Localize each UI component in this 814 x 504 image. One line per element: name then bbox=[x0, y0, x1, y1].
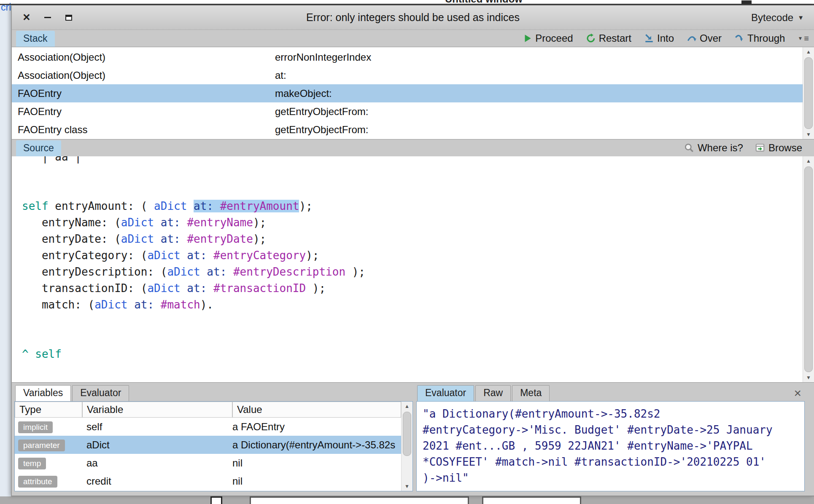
code-token bbox=[181, 282, 187, 295]
stack-frame-row[interactable]: FAOEntrygetEntryObjectFrom: bbox=[12, 102, 803, 121]
window-title: Error: only integers should be used as i… bbox=[306, 11, 520, 24]
variable-row[interactable]: implicitselfa FAOEntry bbox=[15, 418, 401, 436]
scrollbar-thumb[interactable] bbox=[403, 412, 411, 456]
variable-type-badge: implicit bbox=[18, 421, 53, 433]
stack-receiver-label: FAOEntry class bbox=[18, 124, 275, 136]
scroll-down-icon[interactable]: ▼ bbox=[803, 130, 814, 139]
code-line: entryDescription: (aDict at: #entryDescr… bbox=[22, 264, 803, 280]
scroll-down-icon[interactable]: ▼ bbox=[402, 482, 412, 491]
where-is-label: Where is? bbox=[698, 142, 743, 154]
variable-type-cell: temp bbox=[15, 457, 82, 469]
code-line: entryName: (aDict at: #entryName); bbox=[22, 214, 803, 231]
screen: Untitled window cri ✕ Error: only intege… bbox=[0, 0, 814, 504]
chevron-down-icon: ▼ bbox=[798, 35, 803, 41]
stack-receiver-label: FAOEntry bbox=[18, 106, 275, 118]
tab-variables[interactable]: Variables bbox=[15, 385, 71, 401]
step-into-button[interactable]: Into bbox=[644, 32, 674, 44]
stack-pane: Association(Object)errorNonIntegerIndexA… bbox=[12, 47, 814, 139]
menu-icon: ≡ bbox=[804, 34, 809, 43]
stack-frame-row[interactable]: Association(Object)errorNonIntegerIndex bbox=[12, 48, 803, 66]
step-through-button[interactable]: Through bbox=[734, 32, 785, 44]
scroll-up-icon[interactable]: ▲ bbox=[803, 47, 814, 56]
code-token: aDict bbox=[121, 216, 154, 229]
restart-button[interactable]: Restart bbox=[586, 32, 631, 44]
close-button[interactable]: ✕ bbox=[22, 13, 31, 22]
variables-table-main: Type Variable Value implicitselfa FAOEnt… bbox=[15, 402, 401, 491]
stack-frame-row[interactable]: FAOEntrymakeObject: bbox=[12, 84, 803, 102]
proceed-button[interactable]: Proceed bbox=[522, 32, 573, 44]
step-over-button[interactable]: Over bbox=[687, 32, 722, 44]
variable-name-cell: aa bbox=[82, 457, 232, 469]
variable-type-badge: parameter bbox=[18, 440, 65, 451]
bytecode-label: Bytecode bbox=[751, 12, 793, 24]
code-token: entryDate: ( bbox=[22, 233, 121, 245]
titlebar: ✕ Error: only integers should be used as… bbox=[12, 5, 814, 30]
tab-evaluator-left[interactable]: Evaluator bbox=[72, 385, 129, 401]
code-token bbox=[181, 249, 187, 262]
scroll-up-icon[interactable]: ▲ bbox=[402, 402, 412, 411]
stack-frame-row[interactable]: FAOEntry classgetEntryObjectFrom: bbox=[12, 121, 803, 139]
scroll-up-icon[interactable]: ▲ bbox=[803, 156, 814, 166]
variable-type-cell: implicit bbox=[15, 421, 82, 433]
variable-value-cell: a Dictionary(#entryAmount->-35.82s bbox=[232, 439, 401, 451]
variables-panel: Variables Evaluator Type Variable Value … bbox=[14, 385, 413, 491]
background-window-fragment bbox=[482, 496, 581, 504]
code-token: ); bbox=[299, 200, 312, 212]
debugger-window: ✕ Error: only integers should be used as… bbox=[11, 5, 814, 496]
code-token bbox=[127, 298, 134, 311]
maximize-button[interactable] bbox=[64, 13, 73, 22]
toolbar-menu-button[interactable]: ▼≡ bbox=[798, 34, 809, 43]
scrollbar-thumb[interactable] bbox=[804, 57, 813, 129]
chevron-down-icon: ▼ bbox=[798, 14, 804, 21]
proceed-icon bbox=[522, 33, 532, 43]
evaluator-text-area[interactable]: "a Dictionary(#entryAmount->-35.82s2#ent… bbox=[416, 401, 805, 491]
panel-close-button[interactable]: × bbox=[790, 387, 805, 399]
code-token: #transactionID bbox=[213, 282, 306, 295]
source-scrollbar[interactable]: ▲ ▼ bbox=[803, 156, 814, 382]
code-editor[interactable]: | aa | self entryAmount: ( aDict at: #en… bbox=[12, 156, 803, 382]
code-token: at: bbox=[134, 298, 161, 311]
code-token: ); bbox=[306, 282, 326, 295]
code-token: entryName: ( bbox=[22, 216, 121, 229]
variable-value-cell: nil bbox=[232, 475, 401, 487]
code-token: #entryDescription bbox=[233, 265, 345, 278]
browse-button[interactable]: Browse bbox=[755, 142, 802, 154]
where-is-button[interactable]: Where is? bbox=[684, 142, 743, 154]
stack-tab[interactable]: Stack bbox=[16, 31, 55, 47]
variable-row[interactable]: attributecreditnil bbox=[15, 472, 401, 490]
scroll-down-icon[interactable]: ▼ bbox=[803, 373, 814, 382]
stack-list: Association(Object)errorNonIntegerIndexA… bbox=[12, 47, 803, 139]
stack-selector-label: at: bbox=[275, 70, 803, 81]
tab-evaluator[interactable]: Evaluator bbox=[417, 385, 474, 401]
stack-selector-label: getEntryObjectFrom: bbox=[275, 124, 803, 136]
maximize-icon bbox=[65, 15, 72, 21]
variable-row[interactable]: tempaanil bbox=[15, 454, 401, 472]
tab-meta[interactable]: Meta bbox=[512, 385, 550, 401]
tab-raw[interactable]: Raw bbox=[475, 385, 511, 401]
code-token: transactionID: ( bbox=[22, 282, 147, 295]
bottom-panels: Variables Evaluator Type Variable Value … bbox=[12, 383, 814, 496]
code-token: #entryAmount bbox=[220, 200, 299, 212]
stack-scrollbar[interactable]: ▲ ▼ bbox=[803, 47, 814, 139]
evaluator-text-line: )->nil" bbox=[423, 470, 798, 486]
proceed-label: Proceed bbox=[535, 32, 573, 44]
code-token: entryAmount: ( bbox=[49, 200, 154, 212]
variables-table: Type Variable Value implicitselfa FAOEnt… bbox=[14, 401, 413, 491]
scrollbar-thumb[interactable] bbox=[804, 166, 813, 372]
code-token: #match bbox=[161, 298, 200, 311]
minimize-button[interactable] bbox=[43, 13, 52, 22]
evaluator-panel-tabs: Evaluator Raw Meta × bbox=[416, 385, 805, 401]
code-token: aDict bbox=[147, 249, 180, 262]
source-tab[interactable]: Source bbox=[16, 140, 61, 156]
code-line: entryDate: (aDict at: #entryDate); bbox=[22, 231, 803, 247]
variable-row[interactable]: parameteraDicta Dictionary(#entryAmount-… bbox=[15, 436, 401, 454]
bytecode-dropdown[interactable]: Bytecode ▼ bbox=[751, 12, 804, 24]
stack-frame-row[interactable]: Association(Object)at: bbox=[12, 66, 803, 84]
minimize-icon bbox=[44, 17, 51, 18]
variables-scrollbar[interactable]: ▲ ▼ bbox=[401, 402, 412, 491]
variable-type-cell: parameter bbox=[15, 439, 82, 451]
code-line: self entryAmount: ( aDict at: #entryAmou… bbox=[22, 198, 803, 214]
code-token: | aa | bbox=[22, 156, 81, 163]
code-line bbox=[22, 313, 803, 330]
background-window-fragment bbox=[250, 496, 469, 504]
